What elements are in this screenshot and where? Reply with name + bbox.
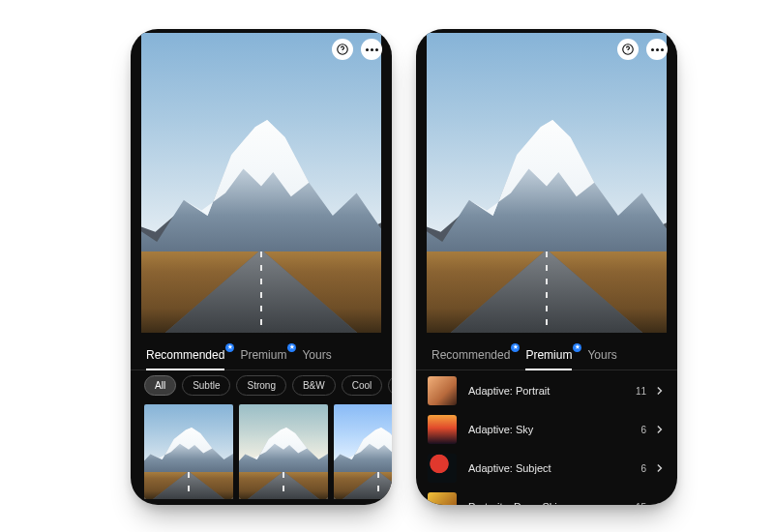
preset-thumbnail[interactable] bbox=[334, 404, 392, 499]
preset-thumb-icon bbox=[428, 376, 457, 405]
chevron-right-icon bbox=[656, 463, 664, 473]
comparison-stage: Recommended Premium Yours All Subtle Str… bbox=[0, 0, 774, 532]
chip-subtle[interactable]: Subtle bbox=[182, 375, 230, 396]
preset-thumbnail[interactable] bbox=[144, 404, 233, 499]
preset-tabs: Recommended Premium Yours bbox=[131, 340, 392, 370]
tab-label: Premium bbox=[525, 348, 572, 362]
tab-recommended[interactable]: Recommended bbox=[432, 340, 510, 369]
preset-name: Adaptive: Sky bbox=[468, 424, 640, 435]
preset-thumbnail[interactable] bbox=[239, 404, 328, 499]
tab-recommended[interactable]: Recommended bbox=[146, 340, 224, 369]
tab-label: Premium bbox=[240, 348, 286, 362]
chevron-right-icon bbox=[656, 425, 664, 434]
svg-point-1 bbox=[342, 52, 343, 53]
preset-count: 6 bbox=[640, 425, 646, 435]
preset-count: 6 bbox=[640, 463, 646, 474]
more-icon[interactable] bbox=[361, 39, 382, 60]
tab-yours[interactable]: Yours bbox=[302, 340, 331, 369]
preset-count: 15 bbox=[636, 502, 646, 506]
preset-count: 11 bbox=[636, 386, 646, 397]
filter-chip-row: All Subtle Strong B&W Cool Warm bbox=[131, 375, 392, 396]
phone-premium: Recommended Premium Yours Adaptive: Port… bbox=[416, 29, 677, 505]
preset-thumbnail-row bbox=[131, 404, 392, 499]
preset-thumb-icon bbox=[428, 454, 457, 483]
phone-recommended: Recommended Premium Yours All Subtle Str… bbox=[131, 29, 392, 505]
premium-preset-list: Adaptive: Portrait 11 Adaptive: Sky 6 Ad… bbox=[416, 371, 677, 505]
chevron-right-icon bbox=[656, 386, 664, 396]
tab-label: Yours bbox=[302, 348, 331, 362]
preset-group[interactable]: Adaptive: Subject 6 bbox=[416, 449, 677, 488]
chevron-right-icon bbox=[656, 502, 664, 505]
tab-yours[interactable]: Yours bbox=[587, 340, 616, 369]
photo-preview bbox=[141, 33, 381, 333]
more-icon[interactable] bbox=[646, 39, 668, 60]
badge-new-icon bbox=[225, 343, 234, 352]
badge-new-icon bbox=[287, 343, 296, 352]
help-icon[interactable] bbox=[332, 39, 353, 60]
preset-tabs: Recommended Premium Yours bbox=[416, 340, 677, 370]
preset-thumb-icon bbox=[428, 492, 457, 505]
tab-label: Recommended bbox=[432, 348, 510, 362]
photo-preview bbox=[427, 33, 667, 333]
svg-point-3 bbox=[628, 52, 629, 53]
tab-premium[interactable]: Premium bbox=[525, 340, 572, 369]
preset-group[interactable]: Portraits: Deep Skin 15 bbox=[416, 488, 677, 505]
preset-name: Adaptive: Subject bbox=[468, 462, 640, 474]
chip-bw[interactable]: B&W bbox=[292, 375, 336, 396]
chip-warm[interactable]: Warm bbox=[388, 375, 392, 396]
chip-cool[interactable]: Cool bbox=[342, 375, 383, 396]
chip-all[interactable]: All bbox=[144, 375, 176, 396]
badge-new-icon bbox=[511, 343, 520, 352]
tab-label: Yours bbox=[587, 348, 616, 362]
preset-group[interactable]: Adaptive: Portrait 11 bbox=[416, 371, 677, 410]
tab-label: Recommended bbox=[146, 348, 224, 362]
preset-group[interactable]: Adaptive: Sky 6 bbox=[416, 410, 677, 449]
tab-premium[interactable]: Premium bbox=[240, 340, 286, 369]
badge-new-icon bbox=[573, 343, 581, 352]
preset-thumb-icon bbox=[428, 415, 457, 444]
help-icon[interactable] bbox=[617, 39, 639, 60]
chip-strong[interactable]: Strong bbox=[236, 375, 285, 396]
preset-name: Portraits: Deep Skin bbox=[468, 501, 636, 505]
preset-name: Adaptive: Portrait bbox=[468, 385, 636, 397]
